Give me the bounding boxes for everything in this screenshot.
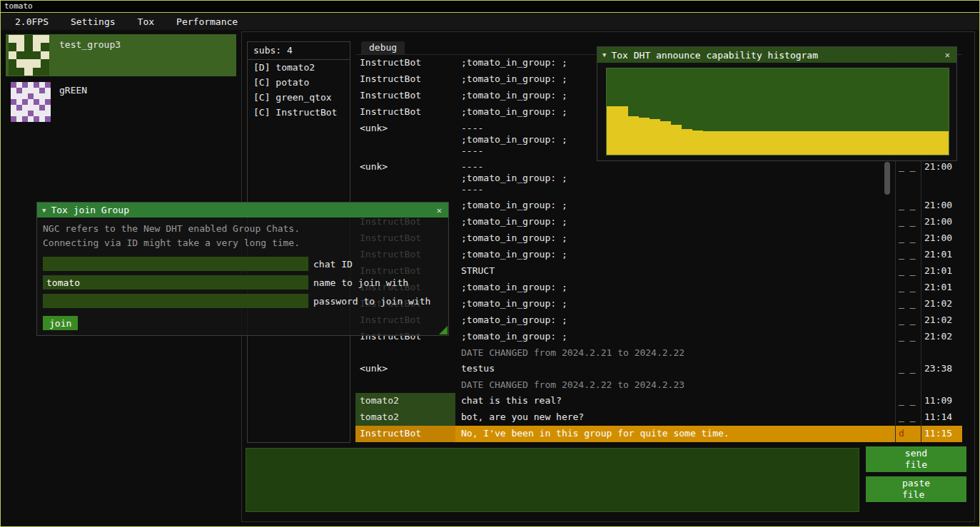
close-icon[interactable]: ✕	[435, 205, 443, 215]
join-name-input[interactable]	[43, 275, 308, 290]
message-sender: InstructBot	[355, 104, 455, 121]
join-name-label: name to join with	[313, 277, 408, 288]
histogram-bar	[927, 131, 938, 155]
collapse-arrow-icon[interactable]: ▼	[42, 207, 46, 214]
paste-file-button[interactable]: paste file	[866, 476, 966, 502]
histogram-bar	[916, 131, 927, 155]
send-file-button[interactable]: send file	[866, 446, 966, 472]
message-text: bot, are you new here?	[455, 409, 895, 426]
message-sender: <unk>	[355, 361, 455, 377]
message-time: 21:01	[921, 280, 962, 296]
histogram-bar	[746, 131, 757, 155]
chat-message-row[interactable]: InstructBot No, I've been in this group …	[355, 426, 962, 442]
ngc-info-line: NGC refers to the New DHT enabled Group …	[43, 222, 443, 236]
window-titlebar: tomato	[1, 1, 979, 13]
join-password-input[interactable]	[43, 294, 308, 308]
member-item[interactable]: [C] potato	[248, 75, 350, 90]
histogram-bar	[874, 131, 884, 155]
member-item[interactable]: [C] green_qtox	[248, 90, 350, 105]
message-time: 11:09	[921, 393, 962, 409]
message-text: ;tomato_in_group: ;	[455, 230, 895, 247]
message-text: ;tomato_in_group: ;	[455, 214, 895, 230]
histogram-bar	[820, 131, 831, 155]
message-time: 21:01	[921, 263, 962, 280]
menu-item-settings[interactable]: Settings	[62, 14, 124, 29]
message-status: _ _	[895, 296, 921, 312]
member-item[interactable]: [C] InstructBot	[248, 105, 350, 120]
tab-debug[interactable]: debug	[361, 41, 405, 54]
join-button[interactable]: join	[43, 316, 78, 330]
collapse-arrow-icon[interactable]: ▼	[602, 51, 606, 58]
message-sender: InstructBot	[355, 71, 455, 88]
message-status	[895, 377, 921, 393]
message-time	[921, 377, 962, 393]
histogram-bar	[757, 131, 767, 155]
chat-scrollbar-thumb[interactable]	[884, 162, 890, 195]
paste-file-label: paste file	[902, 478, 930, 501]
message-text: DATE CHANGED from 2024.2.22 to 2024.2.23	[455, 377, 895, 393]
histogram-bar	[724, 131, 735, 155]
histogram-bar	[671, 125, 682, 155]
contact-name: test_group3	[51, 34, 121, 76]
members-count-header: subs: 4	[248, 42, 350, 60]
message-text: No, I've been in this group for quite so…	[455, 426, 895, 442]
message-sender: InstructBot	[355, 88, 455, 104]
menu-item-performance[interactable]: Performance	[168, 14, 246, 29]
message-text: DATE CHANGED from 2024.2.21 to 2024.2.22	[455, 345, 895, 361]
window-title: tomato	[4, 1, 33, 11]
histogram-bar	[906, 131, 916, 155]
contact-name: gREEN	[51, 81, 87, 123]
close-icon[interactable]: ✕	[944, 50, 951, 60]
histogram-bar	[735, 131, 746, 155]
histogram-bar	[703, 131, 714, 155]
histogram-bar	[895, 131, 906, 155]
contact-item-green[interactable]: gREEN	[6, 81, 236, 123]
message-status	[895, 345, 921, 361]
contact-item-test-group3[interactable]: test_group3	[6, 34, 236, 76]
histogram-plot	[606, 68, 949, 155]
message-status: _ _	[895, 159, 921, 198]
chat-message-row[interactable]: DATE CHANGED from 2024.2.22 to 2024.2.23	[355, 377, 962, 393]
message-sender: <unk>	[355, 121, 455, 159]
chat-message-row[interactable]: tomato2 bot, are you new here? _ _ 11:14	[355, 409, 962, 426]
message-status: _ _	[895, 409, 921, 426]
message-status: _ _	[895, 329, 921, 345]
chat-id-input[interactable]	[43, 257, 308, 271]
chat-message-row[interactable]: DATE CHANGED from 2024.2.21 to 2024.2.22	[355, 345, 962, 361]
message-sender: <unk>	[355, 159, 455, 198]
member-item[interactable]: [D] tomato2	[248, 60, 350, 75]
histogram-bar	[884, 131, 895, 155]
ngc-info-line: Connecting via ID might take a very long…	[43, 236, 443, 250]
chat-id-label: chat ID	[313, 259, 353, 270]
message-text: STRUCT	[455, 263, 895, 280]
menu-item-tox[interactable]: Tox	[129, 14, 163, 29]
histogram-bar	[617, 106, 628, 155]
chat-message-row[interactable]: <unk> testus _ _ 23:38	[355, 361, 962, 377]
message-time: 23:38	[921, 361, 962, 377]
histogram-bar	[692, 131, 703, 155]
histogram-bar	[714, 131, 724, 155]
chat-message-row[interactable]: tomato2 chat is this real? _ _ 11:09	[355, 393, 962, 409]
message-time	[921, 345, 962, 361]
message-time: 21:00	[921, 198, 962, 214]
histogram-bar	[650, 119, 660, 155]
message-time: 21:02	[921, 296, 962, 312]
message-input[interactable]	[246, 448, 859, 512]
message-text: ---- ;tomato_in_group: ; ----	[455, 159, 895, 198]
message-sender: tomato2	[355, 393, 455, 409]
message-text: ;tomato_in_group: ;	[455, 312, 895, 329]
histogram-bar	[788, 131, 799, 155]
dht-histogram-titlebar[interactable]: ▼ Tox DHT announce capability histogram …	[597, 47, 956, 63]
window-resize-grip[interactable]	[439, 326, 448, 334]
message-sender: tomato2	[355, 409, 455, 426]
message-text: testus	[455, 361, 895, 377]
histogram-bar	[852, 131, 863, 155]
chat-message-row[interactable]: <unk> ---- ;tomato_in_group: ; ---- _ _ …	[355, 159, 962, 198]
menu-bar: 2.0FPS Settings Tox Performance	[1, 14, 979, 30]
message-time: 21:00	[921, 230, 962, 247]
join-group-titlebar[interactable]: ▼ Tox join Group ✕	[37, 203, 448, 218]
histogram-bar	[831, 131, 842, 155]
message-status: _ _	[895, 247, 921, 263]
histogram-bar	[682, 129, 692, 155]
message-sender: InstructBot	[355, 55, 455, 71]
